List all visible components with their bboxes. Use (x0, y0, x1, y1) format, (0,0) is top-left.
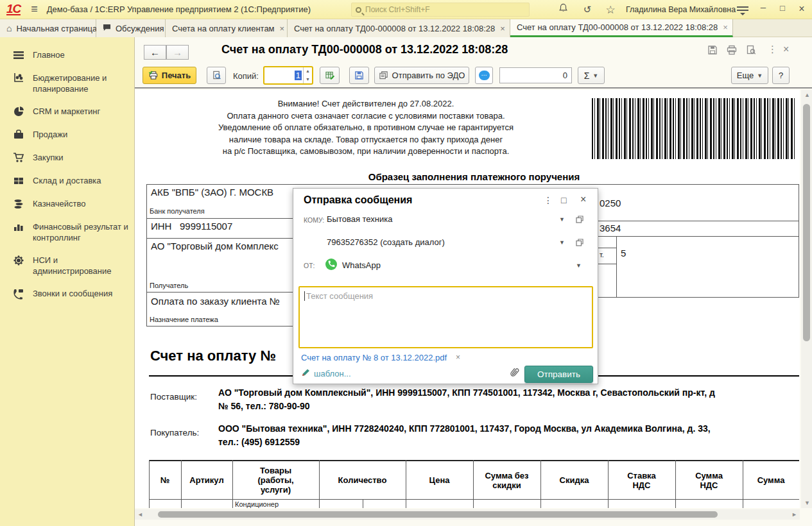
forward-button[interactable]: → (166, 45, 189, 60)
print-button[interactable]: Печать (143, 67, 196, 84)
receiver-label: Получатель (150, 282, 188, 289)
invoice-barcode (592, 98, 795, 159)
sidebar-item-budgeting[interactable]: Бюджетирование и планирование (0, 67, 134, 100)
chat-icon (103, 23, 111, 33)
phone-field[interactable]: 79635276352 (создать диалог) (327, 237, 445, 247)
message-text-input[interactable]: Текст сообщения (298, 286, 593, 348)
dialog-maximize-icon[interactable]: □ (561, 195, 566, 205)
tab-invoice-2-active[interactable]: Счет на оплату ТД00-000008 от 13.12.2022… (510, 19, 733, 37)
chevron-down-icon[interactable]: ▼ (576, 262, 582, 269)
dialog-more-icon[interactable]: ⋮ (544, 195, 553, 205)
close-window-button[interactable]: × (795, 3, 809, 15)
sidebar-item-main[interactable]: Главное (0, 44, 134, 67)
sidebar-item-warehouse[interactable]: Склад и доставка (0, 169, 134, 192)
chevron-down-icon: ▼ (592, 72, 598, 79)
scroll-right-icon[interactable]: ► (791, 511, 797, 518)
col-header: Артикул (181, 461, 232, 499)
more-button[interactable]: Еще ▼ (731, 67, 768, 84)
tab-close-icon[interactable]: × (500, 24, 505, 33)
copies-stepper[interactable]: 1 ▲▼ (263, 66, 313, 85)
notifications-bell-icon[interactable] (556, 3, 570, 15)
to-field[interactable]: Бытовая техника (327, 214, 392, 224)
service-menu-icon[interactable] (737, 4, 748, 15)
remove-attachment-icon[interactable]: × (456, 353, 460, 362)
vertical-scrollbar[interactable]: ▲ ▼ (801, 90, 812, 508)
tab-invoice-1[interactable]: Счет на оплату ТД00-000008 от 13.12.2022… (288, 19, 510, 37)
open-window-icon[interactable] (576, 237, 583, 249)
floppy-icon (354, 71, 364, 80)
cell-fragment: т. (600, 251, 604, 259)
tab-close-icon[interactable]: × (280, 24, 285, 33)
maximize-button[interactable]: □ (775, 3, 790, 13)
preview-button[interactable] (207, 67, 226, 84)
sidebar-item-crm[interactable]: CRM и маркетинг (0, 100, 134, 123)
save-icon[interactable] (707, 45, 718, 57)
tab-home[interactable]: ⌂ Начальная страница (0, 19, 96, 37)
scroll-left-icon[interactable]: ◄ (137, 511, 143, 518)
spin-up-icon[interactable]: ▲ (304, 67, 312, 76)
form-header: ← → Счет на оплату ТД00-000008 от 13.12.… (135, 37, 812, 63)
favorites-star-icon[interactable]: ☆ (603, 3, 618, 17)
minimize-button[interactable]: – (756, 1, 770, 12)
sidebar-item-treasury[interactable]: Казначейство (0, 192, 134, 216)
scroll-up-icon[interactable]: ▲ (804, 92, 810, 98)
send-button[interactable]: Отправить (524, 366, 593, 383)
attachment-link[interactable]: Счет на оплату № 8 от 13.12.2022.pdf (301, 353, 447, 362)
close-form-icon[interactable]: × (783, 44, 789, 55)
form-toolbar: Печать Копий: 1 ▲▼ Отправить по ЭДО ⋯ 0 (135, 63, 812, 89)
global-search-input[interactable]: Поиск Ctrl+Shift+F (351, 3, 530, 17)
sidebar-item-purchases[interactable]: Закупки (0, 146, 134, 169)
open-window-icon[interactable] (576, 214, 583, 226)
plan-chart-icon (13, 72, 24, 84)
sidebar-item-calls[interactable]: Звонки и сообщения (0, 282, 134, 305)
dialog-close-icon[interactable]: × (580, 194, 586, 205)
save-file-button[interactable] (349, 67, 369, 84)
more-dots-icon[interactable]: ⋮ (768, 44, 777, 55)
col-header: Ставка НДС (608, 461, 675, 499)
back-button[interactable]: ← (144, 45, 166, 60)
sidebar-item-finresult[interactable]: Финансовый результат и контроллинг (0, 216, 134, 249)
chat-bubble-icon: ⋯ (479, 71, 490, 80)
from-field[interactable]: WhatsApp (342, 260, 381, 270)
chevron-down-icon[interactable]: ▼ (559, 216, 565, 223)
sum-button[interactable]: Σ ▼ (578, 67, 605, 84)
discuss-button[interactable]: ⋯ (475, 67, 493, 84)
send-edo-button[interactable]: Отправить по ЭДО (374, 67, 469, 84)
item-row-fragment: Кондиционер (235, 500, 279, 508)
chevron-down-icon[interactable]: ▼ (559, 239, 565, 246)
main-menu-icon[interactable]: ≡ (31, 3, 38, 16)
print-icon[interactable] (727, 45, 737, 57)
col-header: № (149, 461, 181, 499)
scroll-down-icon[interactable]: ▼ (804, 500, 810, 506)
tab-close-icon[interactable]: × (723, 22, 728, 32)
sidebar-item-sales[interactable]: Продажи (0, 123, 134, 146)
counter-input[interactable]: 0 (499, 67, 572, 83)
vertical-scroll-thumb[interactable] (803, 104, 810, 341)
bank-label: Банк получателя (150, 207, 205, 215)
horizontal-scroll-thumb[interactable] (158, 511, 718, 518)
buyer-label: Покупатель: (150, 428, 199, 437)
history-icon[interactable]: ↺ (580, 4, 594, 15)
help-button[interactable]: ? (772, 67, 790, 84)
horizontal-scrollbar[interactable]: ◄ ► (135, 509, 800, 520)
template-link[interactable]: шаблон... (314, 369, 351, 378)
paperclip-icon[interactable] (508, 366, 520, 381)
dialog-title: Отправка сообщения (304, 194, 412, 206)
spin-down-icon[interactable]: ▼ (304, 76, 312, 84)
bar-chart-icon (13, 221, 24, 233)
bank-name: АКБ "ВПБ" (ЗАО) Г. МОСКВ (151, 187, 273, 198)
tab-invoices-list[interactable]: Счета на оплату клиентам × (166, 19, 288, 37)
tab-discussions[interactable]: Обсуждения (96, 19, 166, 37)
supplier-value: АО "Торговый дом Комплексный", ИНН 99991… (218, 386, 800, 413)
pencil-icon (301, 368, 311, 380)
sidebar-item-nsi-admin[interactable]: НСИ и администрирование (0, 249, 134, 282)
payment-sample-title: Образец заполнения платежного поручения (149, 171, 799, 182)
purpose-value: Оплата по заказу клиента № (151, 296, 280, 307)
search-placeholder: Поиск Ctrl+Shift+F (365, 5, 430, 14)
copies-value: 1 (295, 71, 302, 80)
to-label: КОМУ: (304, 216, 324, 224)
current-user[interactable]: Гладилина Вера Михайловна (626, 5, 736, 14)
preview-icon[interactable] (746, 45, 756, 57)
table-edit-button[interactable] (320, 67, 340, 84)
col-header: Сумма НДС (675, 461, 743, 499)
